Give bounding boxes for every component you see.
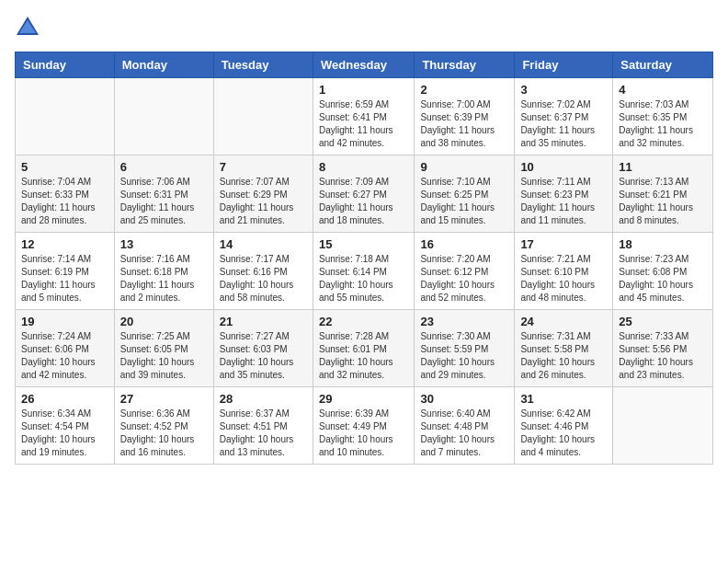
calendar-cell: 9Sunrise: 7:10 AM Sunset: 6:25 PM Daylig… [415, 155, 515, 233]
day-number: 16 [420, 237, 508, 251]
day-info: Sunrise: 6:40 AM Sunset: 4:48 PM Dayligh… [420, 408, 508, 459]
calendar-table: SundayMondayTuesdayWednesdayThursdayFrid… [15, 52, 713, 465]
calendar-cell [16, 78, 115, 155]
calendar-cell: 1Sunrise: 6:59 AM Sunset: 6:41 PM Daylig… [313, 78, 414, 155]
calendar-cell [213, 78, 313, 155]
day-info: Sunrise: 7:23 AM Sunset: 6:08 PM Dayligh… [619, 253, 707, 304]
calendar-cell: 22Sunrise: 7:28 AM Sunset: 6:01 PM Dayli… [313, 310, 414, 387]
week-row-5: 26Sunrise: 6:34 AM Sunset: 4:54 PM Dayli… [16, 387, 713, 465]
weekday-header-tuesday: Tuesday [213, 52, 313, 78]
calendar-cell: 12Sunrise: 7:14 AM Sunset: 6:19 PM Dayli… [16, 233, 115, 310]
calendar-cell: 13Sunrise: 7:16 AM Sunset: 6:18 PM Dayli… [114, 233, 213, 310]
day-number: 15 [319, 237, 408, 251]
calendar-cell: 10Sunrise: 7:11 AM Sunset: 6:23 PM Dayli… [515, 155, 613, 233]
day-info: Sunrise: 7:14 AM Sunset: 6:19 PM Dayligh… [21, 253, 108, 304]
weekday-header-thursday: Thursday [415, 52, 515, 78]
day-number: 18 [619, 237, 707, 251]
week-row-3: 12Sunrise: 7:14 AM Sunset: 6:19 PM Dayli… [16, 233, 713, 310]
day-number: 20 [120, 315, 208, 328]
day-info: Sunrise: 7:04 AM Sunset: 6:33 PM Dayligh… [21, 176, 108, 227]
page-header [15, 15, 713, 40]
day-info: Sunrise: 7:00 AM Sunset: 6:39 PM Dayligh… [420, 98, 508, 150]
calendar-cell: 3Sunrise: 7:02 AM Sunset: 6:37 PM Daylig… [515, 78, 613, 155]
day-info: Sunrise: 7:07 AM Sunset: 6:29 PM Dayligh… [220, 176, 307, 227]
week-row-1: 1Sunrise: 6:59 AM Sunset: 6:41 PM Daylig… [16, 78, 713, 155]
day-info: Sunrise: 7:16 AM Sunset: 6:18 PM Dayligh… [120, 253, 208, 304]
calendar-cell: 6Sunrise: 7:06 AM Sunset: 6:31 PM Daylig… [114, 155, 213, 233]
weekday-header-row: SundayMondayTuesdayWednesdayThursdayFrid… [16, 52, 713, 78]
day-number: 28 [220, 392, 307, 406]
day-number: 7 [220, 160, 307, 174]
day-number: 27 [120, 392, 208, 406]
calendar-cell: 31Sunrise: 6:42 AM Sunset: 4:46 PM Dayli… [515, 387, 613, 465]
day-info: Sunrise: 7:27 AM Sunset: 6:03 PM Dayligh… [220, 330, 307, 382]
day-number: 17 [520, 237, 607, 251]
calendar-cell: 4Sunrise: 7:03 AM Sunset: 6:35 PM Daylig… [613, 78, 713, 155]
calendar-cell: 11Sunrise: 7:13 AM Sunset: 6:21 PM Dayli… [613, 155, 713, 233]
day-number: 14 [220, 237, 307, 251]
calendar-cell: 27Sunrise: 6:36 AM Sunset: 4:52 PM Dayli… [114, 387, 213, 465]
logo [15, 15, 44, 40]
calendar-cell: 15Sunrise: 7:18 AM Sunset: 6:14 PM Dayli… [313, 233, 414, 310]
day-info: Sunrise: 7:30 AM Sunset: 5:59 PM Dayligh… [420, 330, 508, 382]
day-number: 9 [420, 160, 508, 174]
day-number: 2 [420, 83, 508, 97]
day-info: Sunrise: 7:06 AM Sunset: 6:31 PM Dayligh… [120, 176, 208, 227]
day-number: 13 [120, 237, 208, 251]
calendar-cell: 18Sunrise: 7:23 AM Sunset: 6:08 PM Dayli… [613, 233, 713, 310]
day-info: Sunrise: 7:21 AM Sunset: 6:10 PM Dayligh… [520, 253, 607, 304]
day-number: 31 [520, 392, 607, 406]
logo-icon [15, 15, 40, 40]
calendar-cell: 20Sunrise: 7:25 AM Sunset: 6:05 PM Dayli… [114, 310, 213, 387]
calendar-cell: 7Sunrise: 7:07 AM Sunset: 6:29 PM Daylig… [213, 155, 313, 233]
calendar-cell: 24Sunrise: 7:31 AM Sunset: 5:58 PM Dayli… [515, 310, 613, 387]
day-info: Sunrise: 7:02 AM Sunset: 6:37 PM Dayligh… [520, 98, 607, 150]
day-info: Sunrise: 6:42 AM Sunset: 4:46 PM Dayligh… [520, 408, 607, 459]
week-row-2: 5Sunrise: 7:04 AM Sunset: 6:33 PM Daylig… [16, 155, 713, 233]
day-info: Sunrise: 7:18 AM Sunset: 6:14 PM Dayligh… [319, 253, 408, 304]
calendar-cell: 14Sunrise: 7:17 AM Sunset: 6:16 PM Dayli… [213, 233, 313, 310]
day-number: 4 [619, 83, 707, 97]
calendar-cell [613, 387, 713, 465]
day-info: Sunrise: 6:59 AM Sunset: 6:41 PM Dayligh… [319, 98, 408, 150]
day-number: 8 [319, 160, 408, 174]
day-info: Sunrise: 6:36 AM Sunset: 4:52 PM Dayligh… [120, 408, 208, 459]
day-number: 25 [619, 315, 707, 328]
day-number: 29 [319, 392, 408, 406]
weekday-header-wednesday: Wednesday [313, 52, 414, 78]
calendar-cell [114, 78, 213, 155]
calendar-cell: 2Sunrise: 7:00 AM Sunset: 6:39 PM Daylig… [415, 78, 515, 155]
calendar-cell: 28Sunrise: 6:37 AM Sunset: 4:51 PM Dayli… [213, 387, 313, 465]
day-number: 24 [520, 315, 607, 328]
day-info: Sunrise: 7:10 AM Sunset: 6:25 PM Dayligh… [420, 176, 508, 227]
day-number: 10 [520, 160, 607, 174]
day-number: 26 [21, 392, 108, 406]
calendar-cell: 21Sunrise: 7:27 AM Sunset: 6:03 PM Dayli… [213, 310, 313, 387]
day-info: Sunrise: 7:11 AM Sunset: 6:23 PM Dayligh… [520, 176, 607, 227]
day-info: Sunrise: 7:33 AM Sunset: 5:56 PM Dayligh… [619, 330, 707, 382]
day-number: 19 [21, 315, 108, 328]
day-info: Sunrise: 6:34 AM Sunset: 4:54 PM Dayligh… [21, 408, 108, 459]
calendar-cell: 8Sunrise: 7:09 AM Sunset: 6:27 PM Daylig… [313, 155, 414, 233]
day-number: 11 [619, 160, 707, 174]
day-number: 12 [21, 237, 108, 251]
day-number: 22 [319, 315, 408, 328]
day-info: Sunrise: 7:09 AM Sunset: 6:27 PM Dayligh… [319, 176, 408, 227]
day-info: Sunrise: 6:39 AM Sunset: 4:49 PM Dayligh… [319, 408, 408, 459]
day-info: Sunrise: 7:03 AM Sunset: 6:35 PM Dayligh… [619, 98, 707, 150]
weekday-header-friday: Friday [515, 52, 613, 78]
day-info: Sunrise: 6:37 AM Sunset: 4:51 PM Dayligh… [220, 408, 307, 459]
calendar-cell: 26Sunrise: 6:34 AM Sunset: 4:54 PM Dayli… [16, 387, 115, 465]
day-number: 6 [120, 160, 208, 174]
day-info: Sunrise: 7:25 AM Sunset: 6:05 PM Dayligh… [120, 330, 208, 382]
day-number: 21 [220, 315, 307, 328]
calendar-cell: 25Sunrise: 7:33 AM Sunset: 5:56 PM Dayli… [613, 310, 713, 387]
day-number: 1 [319, 83, 408, 97]
day-info: Sunrise: 7:31 AM Sunset: 5:58 PM Dayligh… [520, 330, 607, 382]
day-number: 30 [420, 392, 508, 406]
calendar-cell: 5Sunrise: 7:04 AM Sunset: 6:33 PM Daylig… [16, 155, 115, 233]
weekday-header-saturday: Saturday [613, 52, 713, 78]
calendar-cell: 23Sunrise: 7:30 AM Sunset: 5:59 PM Dayli… [415, 310, 515, 387]
day-info: Sunrise: 7:17 AM Sunset: 6:16 PM Dayligh… [220, 253, 307, 304]
day-number: 5 [21, 160, 108, 174]
